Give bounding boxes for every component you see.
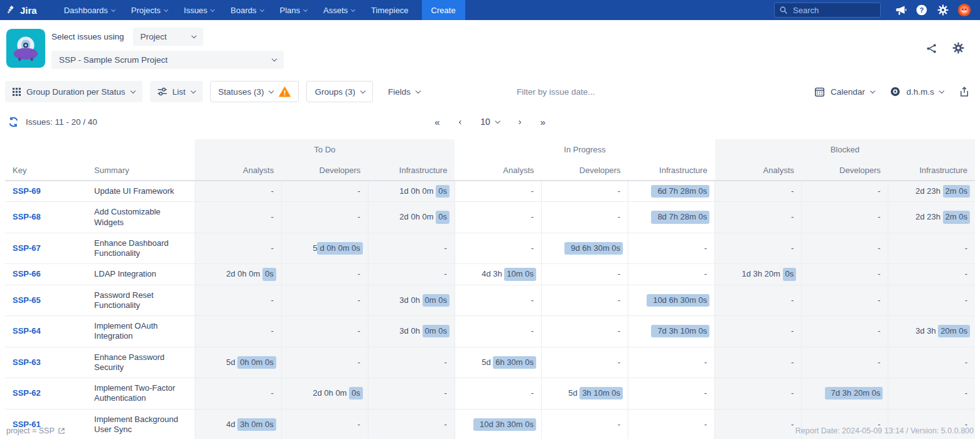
jql-filter-link[interactable]: project = SSP — [6, 426, 65, 435]
duration-cell: - — [628, 233, 715, 264]
settings-button[interactable] — [932, 4, 954, 16]
issue-table-body: SSP-69Update UI Framework--1d 0h 0m 0s--… — [5, 181, 975, 439]
statuses-dropdown[interactable]: Statuses (3) — [210, 81, 299, 102]
duration-cell: - — [802, 316, 888, 347]
issue-key-link[interactable]: SSP-64 — [13, 326, 41, 336]
export-button[interactable] — [959, 86, 970, 98]
duration-cell: - — [368, 264, 455, 285]
nav-item-timepiece[interactable]: Timepiece — [363, 0, 416, 20]
create-button[interactable]: Create — [422, 0, 465, 20]
issue-key-link[interactable]: SSP-67 — [13, 243, 41, 253]
duration-format-label: d.h.m.s — [907, 87, 934, 97]
calendar-icon — [814, 87, 825, 97]
duration-cell: - — [542, 316, 628, 347]
col-todo-developers: Developers — [281, 160, 368, 181]
last-page-button[interactable]: » — [540, 117, 545, 127]
issue-key-link[interactable]: SSP-69 — [13, 186, 41, 196]
share-button[interactable] — [925, 42, 938, 55]
issue-date-filter-input[interactable] — [515, 87, 807, 97]
duration-cell: - — [281, 202, 368, 233]
view-mode-dropdown[interactable]: List — [150, 81, 203, 102]
calendar-dropdown[interactable]: Calendar — [814, 81, 875, 102]
duration-cell: - — [802, 347, 888, 378]
next-page-button[interactable]: › — [519, 117, 522, 127]
project-dropdown[interactable]: SSP - Sample Scrum Project — [51, 51, 284, 69]
select-mode-value: Project — [141, 32, 167, 41]
first-page-button[interactable]: « — [434, 117, 439, 127]
groups-dropdown[interactable]: Groups (3) — [306, 81, 373, 102]
refresh-icon — [8, 116, 19, 128]
issue-key-link[interactable]: SSP-66 — [13, 269, 41, 278]
nav-item-assets[interactable]: Assets — [315, 0, 363, 20]
report-type-label: Group Duration per Status — [26, 87, 126, 97]
select-mode-dropdown[interactable]: Project — [133, 28, 203, 46]
table-row: SSP-62Implement Two-Factor Authenticatio… — [5, 378, 975, 410]
brand-name: Jira — [20, 5, 37, 16]
duration-cell: 2d 0h 0m 0s — [195, 264, 281, 285]
duration-cell: - — [368, 378, 455, 410]
issue-key-link[interactable]: SSP-68 — [13, 212, 41, 221]
nav-item-issues[interactable]: Issues — [176, 0, 223, 20]
jira-logo[interactable]: Jira — [6, 0, 37, 20]
gear-icon — [952, 41, 965, 55]
duration-cell: - — [281, 285, 368, 316]
search-box[interactable] — [774, 3, 881, 18]
issue-key-link[interactable]: SSP-63 — [13, 357, 41, 367]
report-info: Report Date: 2024-05-09 13:14 / Version:… — [795, 426, 974, 435]
duration-highlight: 0s — [783, 268, 797, 280]
duration-format-dropdown[interactable]: d.h.m.s — [890, 81, 944, 102]
group-header-inprogress: In Progress — [455, 139, 714, 160]
report-settings-button[interactable] — [952, 41, 965, 55]
duration-cell: 3d 3h 20m 0s — [888, 316, 975, 347]
summary-column-header: Summary — [87, 160, 195, 181]
user-avatar[interactable] — [954, 3, 975, 17]
duration-cell: - — [802, 233, 888, 264]
external-link-icon — [58, 427, 65, 435]
col-blocked-analysts: Analysts — [715, 160, 802, 181]
nav-item-plans[interactable]: Plans — [272, 0, 316, 20]
fields-dropdown[interactable]: Fields — [380, 81, 428, 102]
duration-cell: - — [281, 316, 368, 347]
duration-cell: - — [715, 285, 802, 316]
duration-cell: - — [888, 347, 975, 378]
nav-item-projects[interactable]: Projects — [123, 0, 176, 20]
duration-highlight: 7d 3h 10m 0s — [651, 325, 709, 337]
duration-cell: - — [888, 233, 975, 264]
announcements-button[interactable] — [890, 4, 911, 16]
duration-highlight: 0s — [262, 268, 276, 280]
duration-cell: 3d 0h 0m 0s — [368, 285, 455, 316]
duration-cell: - — [715, 233, 802, 264]
help-button[interactable]: ? — [911, 4, 932, 16]
nav-item-boards[interactable]: Boards — [222, 0, 271, 20]
refresh-button[interactable] — [8, 116, 19, 128]
nav-item-label: Dashboards — [64, 6, 108, 15]
page-size-dropdown[interactable]: 10 — [480, 117, 500, 127]
summary-cell: Enhance Dashboard Functionality — [87, 233, 195, 264]
table-row: SSP-65Password Reset Functionality--3d 0… — [5, 285, 975, 316]
duration-cell: 6d 7h 28m 0s — [628, 181, 715, 202]
duration-cell: - — [888, 285, 975, 316]
nav-menu: DashboardsProjectsIssuesBoardsPlansAsset… — [56, 0, 417, 20]
issues-count: Issues: 11 - 20 / 40 — [26, 117, 97, 127]
groups-label: Groups (3) — [315, 87, 355, 97]
issue-key-link[interactable]: SSP-65 — [13, 295, 41, 305]
jira-logo-icon — [6, 5, 17, 16]
gear-icon — [937, 4, 949, 16]
duration-cell: 5d 6h 30m 0s — [455, 347, 541, 378]
prev-page-button[interactable]: ‹ — [459, 117, 462, 127]
duration-highlight: 6h 30m 0s — [493, 356, 536, 369]
duration-cell: - — [888, 378, 975, 410]
duration-plain: 5d — [226, 357, 237, 367]
issue-key-link[interactable]: SSP-62 — [13, 388, 41, 398]
jql-filter-text: project = SSP — [6, 426, 55, 435]
duration-plain: 3d 0h — [399, 295, 422, 305]
duration-cell: - — [455, 181, 541, 202]
report-type-dropdown[interactable]: Group Duration per Status — [5, 81, 143, 102]
nav-item-label: Plans — [280, 6, 301, 15]
nav-item-dashboards[interactable]: Dashboards — [56, 0, 123, 20]
search-input[interactable] — [792, 5, 867, 16]
duration-highlight: 2m 0s — [943, 185, 970, 198]
duration-cell: 9d 6h 30m 0s — [542, 233, 628, 264]
duration-highlight: 0s — [436, 211, 450, 223]
table-row: SSP-64Implement OAuth Integration--3d 0h… — [5, 316, 975, 347]
